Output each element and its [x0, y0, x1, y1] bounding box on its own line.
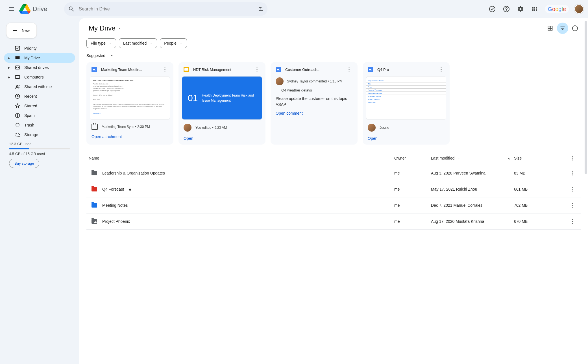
table-header: Name Owner Last modified Size: [86, 151, 581, 165]
apps-button[interactable]: [529, 3, 540, 15]
offline-ready-button[interactable]: [487, 3, 498, 15]
svg-rect-0: [16, 46, 20, 51]
sidebar-item-label: Trash: [24, 123, 34, 127]
column-size[interactable]: Size: [514, 156, 565, 160]
card-action-link[interactable]: Open: [366, 134, 446, 142]
card-more-button[interactable]: [437, 66, 445, 73]
sidebar-item-label: My Drive: [24, 56, 40, 60]
suggested-section-toggle[interactable]: Suggested: [79, 52, 588, 62]
info-icon: [572, 25, 578, 31]
editor-avatar: [184, 124, 191, 132]
new-button[interactable]: New: [6, 23, 37, 38]
gear-icon: [517, 6, 524, 12]
expand-arrow-icon: ▸: [7, 56, 11, 60]
sidebar-item-priority[interactable]: Priority: [4, 43, 75, 53]
comment-text: Please update the customer on this topic…: [276, 96, 352, 108]
sidebar-item-storage[interactable]: Storage: [4, 130, 75, 140]
sidebar-item-computers[interactable]: ▸Computers: [4, 72, 75, 82]
caret-down-icon: [108, 42, 112, 45]
card-action-link[interactable]: Open attachment: [90, 132, 170, 140]
info-button[interactable]: [569, 23, 581, 34]
folder-icon: [92, 219, 97, 224]
table-row[interactable]: Leadership & Organization UpdatesmeAug 3…: [86, 165, 581, 181]
sidebar-item-mydrive[interactable]: ▸My Drive: [4, 53, 75, 63]
column-name[interactable]: Name: [86, 156, 394, 160]
sidebar-item-label: Shared drives: [24, 65, 49, 70]
file-size: 762 MB: [514, 203, 565, 208]
sidebar-item-recent[interactable]: Recent: [4, 91, 75, 101]
svg-rect-2: [16, 57, 19, 57]
drive-logo-icon: [19, 3, 31, 15]
expand-arrow-icon: ▸: [7, 65, 11, 70]
suggested-card[interactable]: Customer Outreach...Sydney Taylor commen…: [271, 62, 358, 145]
row-more-button[interactable]: [569, 185, 577, 193]
card-meta: Jessie: [366, 120, 446, 134]
sidebar-item-shared-drives[interactable]: ▸Shared drives: [4, 63, 75, 72]
filter-toggle[interactable]: [557, 23, 568, 34]
search-input[interactable]: [79, 6, 253, 12]
docs-file-icon: [92, 67, 97, 72]
view-grid-toggle[interactable]: [545, 23, 556, 34]
shared-drives-icon: [15, 65, 20, 70]
suggested-card[interactable]: HDT Risk Management01Health Deployment T…: [178, 62, 265, 145]
arrow-down-icon[interactable]: [507, 156, 512, 161]
card-action-link[interactable]: Open: [182, 134, 262, 142]
table-header-more[interactable]: [569, 154, 577, 162]
table-row[interactable]: Project PhoenixmeAug 17, 2020 Mustafa Kr…: [86, 213, 581, 230]
filter-chip-file-type[interactable]: File type: [86, 38, 116, 48]
card-action-link[interactable]: Open comment: [274, 109, 354, 117]
kebab-icon: [570, 186, 576, 192]
table-row[interactable]: Meeting NotesmeDec 7, 2021 Manuel Corral…: [86, 197, 581, 213]
sidebar-item-shared-with-me[interactable]: Shared with me: [4, 82, 75, 91]
column-owner[interactable]: Owner: [394, 156, 431, 160]
user-avatar[interactable]: [574, 5, 583, 14]
sidebar: New Priority▸My Drive▸Shared drives▸Comp…: [0, 18, 79, 364]
trash-icon: [15, 122, 20, 128]
sidebar-item-starred[interactable]: Starred: [4, 101, 75, 111]
settings-button[interactable]: [515, 3, 526, 15]
row-more-button[interactable]: [569, 169, 577, 177]
file-modified: Aug 3, 2020 Parveen Swamina: [431, 171, 504, 175]
row-more-button[interactable]: [569, 201, 577, 209]
suggested-title-text: Suggested: [86, 53, 105, 58]
header-actions: Google: [487, 3, 583, 15]
sidebar-item-spam[interactable]: Spam: [4, 111, 75, 120]
sidebar-item-label: Recent: [24, 94, 37, 99]
column-modified[interactable]: Last modified: [431, 156, 504, 160]
sidebar-item-trash[interactable]: Trash: [4, 120, 75, 130]
help-button[interactable]: [501, 3, 512, 15]
search-icon: [68, 6, 75, 12]
row-more-button[interactable]: [569, 217, 577, 225]
table-row[interactable]: Q4 Forecast★meMay 17, 2021 Ruichi Zhou66…: [86, 181, 581, 197]
expand-arrow-icon: ▸: [7, 75, 11, 79]
suggested-card[interactable]: Q4 ProProposal date & timeTitleAreaName …: [363, 62, 450, 145]
search-options-icon[interactable]: [257, 6, 263, 12]
card-title: Q4 Pro: [377, 67, 433, 72]
spam-icon: [15, 113, 20, 118]
filter-chip-people[interactable]: People: [160, 38, 187, 48]
card-title: HDT Risk Management: [193, 67, 249, 72]
card-more-button[interactable]: [345, 66, 353, 73]
sidebar-item-label: Starred: [24, 104, 37, 108]
card-more-button[interactable]: [161, 66, 169, 73]
scrollbar[interactable]: [585, 21, 587, 361]
storage-detail-text: 4.5 GB of 15 GB used: [9, 152, 70, 156]
chevron-up-icon: [109, 53, 114, 58]
file-size: 661 MB: [514, 187, 565, 191]
main-menu-button[interactable]: [5, 2, 18, 16]
kebab-icon: [439, 67, 444, 72]
search-bar[interactable]: [64, 2, 267, 16]
buy-storage-button[interactable]: Buy storage: [9, 159, 39, 168]
drive-logo[interactable]: Drive: [19, 3, 47, 15]
card-more-button[interactable]: [253, 66, 261, 73]
suggested-card[interactable]: Marketing Team Meetin...Note: Create a c…: [86, 62, 173, 145]
recent-icon: [15, 93, 20, 99]
breadcrumb-mydrive[interactable]: My Drive: [86, 23, 123, 33]
google-account-logo[interactable]: Google: [545, 5, 569, 13]
editor-avatar: [368, 124, 376, 132]
filter-chip-last-modified[interactable]: Last modified: [119, 38, 157, 48]
folder-icon: [92, 203, 97, 208]
svg-rect-3: [16, 66, 20, 69]
caret-down-icon: [149, 42, 153, 45]
sidebar-item-label: Shared with me: [24, 84, 52, 89]
